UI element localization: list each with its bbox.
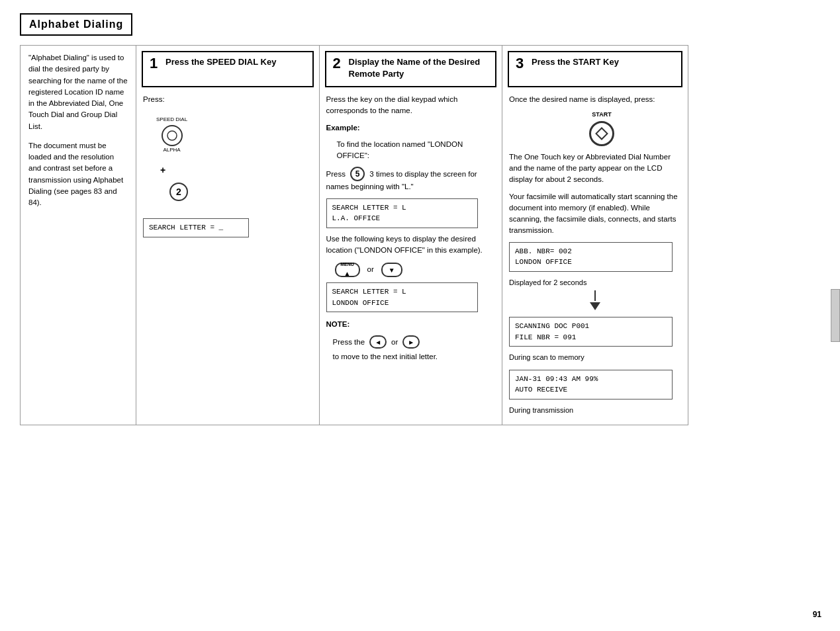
step-1-press-label: Press: [143,94,312,105]
section-title: Alphabet Dialing [20,13,132,36]
intro-para-1: "Alphabet Dialing" is used to dial the d… [28,52,128,132]
step-1-number: 1 [150,56,162,71]
lcd6-caption: During transmission [509,405,681,416]
lcd-display-4: ABB. NBR= 002 LONDON OFFICE [509,242,673,272]
section-tab [831,289,840,342]
nav-right-key: ► [402,335,420,349]
press-5-rest: 3 times to display the screen for names … [326,170,477,190]
circled-5: 5 [350,167,365,181]
example-text: To find the location named "LONDON OFFIC… [326,139,496,162]
key-bottom-label: ALPHA [163,146,180,154]
note-label: NOTE: [326,320,350,328]
intro-column: "Alphabet Dialing" is used to dial the d… [21,46,136,425]
step-3-number: 3 [516,56,528,71]
start-diamond [595,127,608,140]
key-circle [162,125,183,146]
step-1-column: 1 Press the SPEED DIAL Key Press: SPEED … [136,46,320,425]
note-row: Press the ◄ or ► to move to the next ini… [333,335,496,362]
lcd-display-5: SCANNING DOC P001 FILE NBR = 091 [509,317,673,347]
key-top-label: SPEED DIAL [156,116,187,124]
lcd-display-1: SEARCH LETTER = _ [143,218,249,237]
nav-left-key: ◄ [369,335,387,349]
step-2-column: 2 Display the Name of the Desired Remote… [320,46,503,425]
nav-down-key: ▼ [381,263,402,277]
step-2-body: Press the key on the dial keypad which c… [320,87,502,425]
start-circle [589,121,614,146]
svg-point-0 [167,131,177,140]
lcd-display-2: SEARCH LETTER = L L.A. OFFICE [326,198,479,228]
step-3-body: Once the desired name is displayed, pres… [502,87,688,425]
circled-num-2: 2 [169,183,188,201]
speed-dial-key-icon: SPEED DIAL ALPHA [156,116,187,155]
step-3-column: 3 Press the START Key Once the desired n… [502,46,688,425]
step-1-header: 1 Press the SPEED DIAL Key [142,51,314,87]
example-label: Example: [326,124,360,132]
lcd5-caption: During scan to memory [509,352,681,363]
main-layout: "Alphabet Dialing" is used to dial the d… [20,45,688,425]
menu-key: MENU ▲ [335,263,360,277]
press-5-text: Press [326,170,346,178]
lcd4-caption: Displayed for 2 seconds [509,277,681,288]
use-keys-text: Use the following keys to display the de… [326,233,496,257]
nav-keys-row: MENU ▲ or ▼ [333,263,496,277]
step-2-title: Display the Name of the Desired Remote P… [349,56,489,79]
circle-icon [166,130,178,142]
step-3-body2: The One Touch key or Abbreviated Dial Nu… [509,151,681,186]
step-3-title: Press the START Key [532,56,619,68]
or-text: or [367,264,374,275]
start-label: START [592,110,611,120]
step-2-body1: Press the key on the dial keypad which c… [326,94,496,117]
step-2-number: 2 [333,56,345,71]
note-text2: to move to the next initial letter. [333,351,438,362]
step-2-header: 2 Display the Name of the Desired Remote… [325,51,497,87]
page-number: 91 [813,610,821,619]
note-or: or [391,337,398,348]
lcd-display-6: JAN-31 09:43 AM 99% AUTO RECEIVE [509,370,673,400]
arrow-down-1 [509,290,681,312]
plus-sign: + [160,163,312,177]
step-3-header: 3 Press the START Key [508,51,682,87]
lcd-display-3: SEARCH LETTER = L LONDON OFFICE [326,282,479,312]
step-1-body: Press: SPEED DIAL ALPHA + 2 [136,87,319,425]
start-key-icon: START [522,110,681,146]
intro-para-2: The document must be loaded and the reso… [28,140,128,209]
page-container: Alphabet Dialing "Alphabet Dialing" is u… [0,0,840,631]
step-3-body1: Once the desired name is displayed, pres… [509,94,681,105]
step-3-body3: Your facsimile will automatically start … [509,191,681,237]
step-1-title: Press the SPEED DIAL Key [165,56,276,68]
note-text1: Press the [333,337,365,348]
